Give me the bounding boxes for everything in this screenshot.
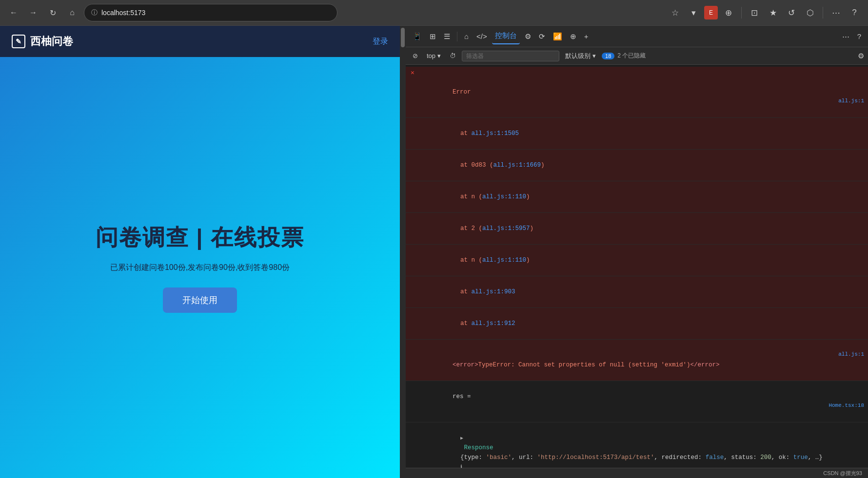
back-button[interactable]: ← <box>6 5 21 20</box>
stack-link-1[interactable]: all.js:1:1505 <box>472 130 519 137</box>
stack-link-3[interactable]: all.js:1:110 <box>482 193 526 200</box>
dt-settings-gear[interactable]: ⚙ <box>858 52 864 60</box>
dt-performance-btn[interactable]: ⟳ <box>536 29 548 44</box>
bookmark-button[interactable]: ★ <box>765 5 781 20</box>
dt-clock-btn[interactable]: ⏱ <box>447 50 459 62</box>
dt-console-label: 控制台 <box>495 31 517 40</box>
hidden-count: 2 个已隐藏 <box>617 52 646 60</box>
error-source-link-2[interactable]: all.js:1 <box>838 350 864 359</box>
error-stack-2: at 0d83 (all.js:1:1669) <box>406 150 868 181</box>
devtools-panel: 📱 ⊞ ☰ ⌂ </> 控制台 ⚙ ⟳ 📶 ⊕ + ⋯ ? ⊘ top ▾ <box>406 26 868 478</box>
level-arrow: ▾ <box>592 52 596 59</box>
console-content[interactable]: ✕ Error all.js:1 at all.js:1:1505 at 0d8… <box>406 65 868 468</box>
dt-home-btn[interactable]: ⌂ <box>461 29 472 44</box>
extensions-dropdown-button[interactable]: ▾ <box>686 5 701 20</box>
context-arrow: ▾ <box>437 52 441 59</box>
history-button[interactable]: ↺ <box>784 5 799 20</box>
error-stack-3: at n (all.js:1:110) <box>406 181 868 213</box>
info-badge: ℹ <box>460 464 462 468</box>
extension-icon: E <box>704 6 718 19</box>
dt-context-selector[interactable]: top ▾ <box>424 50 444 62</box>
more-button[interactable]: ⋯ <box>828 5 844 20</box>
hero-subtitle: 已累计创建问卷100份,发布问卷90份,收到答卷980份 <box>110 263 290 273</box>
response-expand[interactable]: ▶ Response {type: 'basic', url: 'http://… <box>406 422 868 468</box>
home-button[interactable]: ⌂ <box>64 5 80 20</box>
reload-button[interactable]: ↻ <box>45 5 60 20</box>
dt-more-btn[interactable]: ⋯ <box>839 29 852 44</box>
login-button[interactable]: 登录 <box>373 37 388 47</box>
dt-console-tab[interactable]: 控制台 <box>492 29 520 44</box>
level-label: 默认级别 <box>565 52 591 60</box>
app-title: 西柚问卷 <box>30 34 73 49</box>
context-label: top <box>427 52 435 59</box>
response-preview: {type: 'basic', url: 'http://localhost:5… <box>460 454 826 461</box>
app-area: ✎ 西柚问卷 登录 问卷调查 | 在线投票 已累计创建问卷100份,发布问卷90… <box>0 26 400 478</box>
split-button[interactable]: ⊡ <box>747 5 762 20</box>
error-label: Error <box>453 89 471 96</box>
browser-chrome: ← → ↻ ⌂ ⓘ localhost:5173 ☆ ▾ E ⊕ ⊡ ★ ↺ ⬡… <box>0 0 868 26</box>
divider2 <box>823 7 823 19</box>
expand-arrow-response[interactable]: ▶ <box>460 436 463 441</box>
log-source-link[interactable]: Home.tsx:18 <box>829 402 864 410</box>
info-icon: ⓘ <box>91 8 98 17</box>
hero-title: 问卷调查 | 在线投票 <box>96 223 304 253</box>
logo-icon: ✎ <box>12 35 25 48</box>
error-icon: ✕ <box>411 68 414 78</box>
forward-button[interactable]: → <box>25 5 41 20</box>
main-area: ✎ 西柚问卷 登录 问卷调查 | 在线投票 已累计创建问卷100份,发布问卷90… <box>0 26 868 478</box>
dt-divider1 <box>457 32 457 41</box>
dt-wifi-btn[interactable]: 📶 <box>550 29 565 44</box>
error-message: all.js:1 <error>TypeError: Cannot set pr… <box>406 340 868 381</box>
app-hero: 问卷调查 | 在线投票 已累计创建问卷100份,发布问卷90份,收到答卷980份… <box>0 57 400 478</box>
puzzle-button[interactable]: ⊕ <box>721 5 736 20</box>
url-text: localhost:5173 <box>101 9 145 17</box>
log-label: res = <box>453 393 471 400</box>
app-navbar: ✎ 西柚问卷 登录 <box>0 26 400 57</box>
dt-sources-btn[interactable]: </> <box>473 29 490 44</box>
dt-location-btn[interactable]: ⊕ <box>567 29 579 44</box>
dt-responsive-btn[interactable]: 📱 <box>410 29 425 44</box>
dt-add-btn[interactable]: + <box>581 29 592 44</box>
address-bar[interactable]: ⓘ localhost:5173 <box>84 4 337 21</box>
app-logo: ✎ 西柚问卷 <box>12 34 73 49</box>
console-log-res: res = Home.tsx:18 <box>406 381 868 422</box>
stack-link-6[interactable]: all.js:1:903 <box>472 288 515 295</box>
badge-count: 18 <box>602 53 614 59</box>
devtools-toolbar: 📱 ⊞ ☰ ⌂ </> 控制台 ⚙ ⟳ 📶 ⊕ + ⋯ ? <box>406 26 868 47</box>
dt-drawer-btn[interactable]: ☰ <box>441 29 453 44</box>
star-button[interactable]: ☆ <box>667 5 683 20</box>
scroll-thumb[interactable] <box>401 28 405 47</box>
dt-block-btn[interactable]: ⊘ <box>410 50 421 62</box>
error-stack-7: at all.js:1:912 <box>406 308 868 340</box>
error-source-link[interactable]: all.js:1 <box>838 97 864 106</box>
dt-level-selector[interactable]: 默认级别 ▾ <box>562 50 599 62</box>
edge-icon[interactable]: ⬡ <box>802 5 818 20</box>
stack-link-5[interactable]: all.js:1:110 <box>482 257 526 264</box>
error-stack-4: at 2 (all.js:1:5957) <box>406 213 868 245</box>
dt-help-btn[interactable]: ? <box>854 29 864 44</box>
dt-inspect-btn[interactable]: ⊞ <box>427 29 439 44</box>
stack-link-4[interactable]: all.js:1:5957 <box>482 225 530 232</box>
dt-network-btn[interactable]: ⚙ <box>522 29 534 44</box>
stack-link-2[interactable]: all.js:1:1669 <box>493 162 541 169</box>
error-stack-5: at n (all.js:1:110) <box>406 245 868 276</box>
error-stack-1: at all.js:1:1505 <box>406 118 868 150</box>
browser-toolbar: ← → ↻ ⌂ ⓘ localhost:5173 ☆ ▾ E ⊕ ⊡ ★ ↺ ⬡… <box>0 0 868 25</box>
cta-button[interactable]: 开始使用 <box>163 287 237 313</box>
status-text: CSDN @摆光93 <box>823 470 862 477</box>
console-error-header: ✕ Error all.js:1 <box>406 67 868 118</box>
divider <box>741 7 742 19</box>
error-stack-6: at all.js:1:903 <box>406 276 868 308</box>
toolbar-actions: ☆ ▾ E ⊕ ⊡ ★ ↺ ⬡ ⋯ ? <box>667 5 862 20</box>
status-bar: CSDN @摆光93 <box>406 468 868 478</box>
scrollbar[interactable] <box>400 26 406 478</box>
response-type: Response <box>460 444 497 451</box>
stack-link-7[interactable]: all.js:1:912 <box>472 320 515 327</box>
help-button[interactable]: ? <box>847 5 862 20</box>
filter-input[interactable] <box>462 51 559 61</box>
devtools-toolbar2: ⊘ top ▾ ⏱ 默认级别 ▾ 18 2 个已隐藏 ⚙ <box>406 47 868 65</box>
